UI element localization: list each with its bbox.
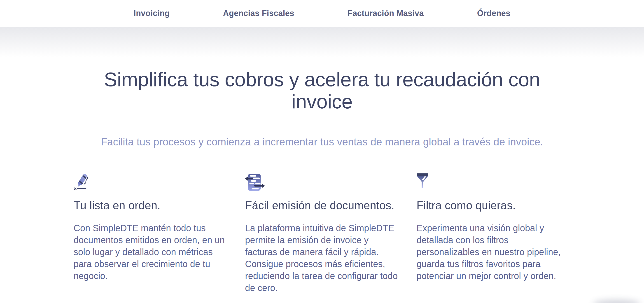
bottom-right-shadow	[593, 300, 640, 303]
feature-card-emision-documentos: Fácil emisión de documentos. La platafor…	[245, 174, 399, 294]
feature-body: Experimenta una visión global y detallad…	[416, 222, 570, 282]
nav-item-ordenes[interactable]: Órdenes	[477, 8, 510, 18]
hero-title-line-2: invoice	[0, 90, 644, 113]
nav-item-invoicing[interactable]: Invoicing	[134, 8, 170, 18]
feature-title: Tu lista en orden.	[74, 199, 228, 212]
nav-item-facturacion-masiva[interactable]: Facturación Masiva	[348, 8, 424, 18]
feature-title: Fácil emisión de documentos.	[245, 199, 399, 212]
top-navigation: Invoicing Agencias Fiscales Facturación …	[0, 0, 644, 27]
feature-body: Con SimpleDTE mantén todo tus documentos…	[74, 222, 228, 282]
hero-title: Simplifica tus cobros y acelera tu recau…	[0, 68, 644, 113]
pen-icon	[74, 174, 228, 194]
landing-page: Invoicing Agencias Fiscales Facturación …	[0, 0, 644, 303]
document-transfer-icon	[245, 174, 399, 194]
hero-subtitle: Facilita tus procesos y comienza a incre…	[0, 135, 644, 148]
feature-body: La plataforma intuitiva de SimpleDTE per…	[245, 222, 399, 294]
hero-title-line-1: Simplifica tus cobros y acelera tu recau…	[0, 68, 644, 90]
header-shadow-gradient	[0, 27, 644, 57]
feature-card-lista-en-orden: Tu lista en orden. Con SimpleDTE mantén …	[74, 174, 228, 294]
feature-columns: Tu lista en orden. Con SimpleDTE mantén …	[74, 174, 570, 294]
feature-title: Filtra como quieras.	[416, 199, 570, 212]
feature-card-filtra: Filtra como quieras. Experimenta una vis…	[416, 174, 570, 294]
filter-icon	[416, 174, 570, 194]
nav-item-agencias-fiscales[interactable]: Agencias Fiscales	[223, 8, 294, 18]
